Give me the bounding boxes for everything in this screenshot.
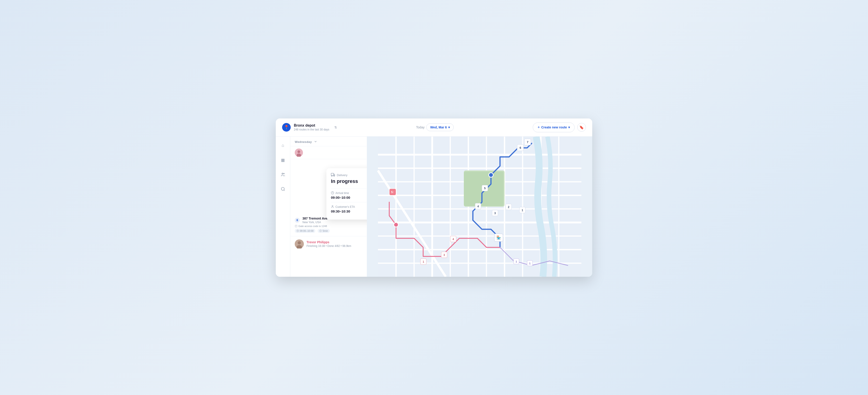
- browser-window: 📍 Bronx depot 248 routes in the last 30 …: [276, 119, 592, 277]
- popup-eta-value: 09:30–10:30: [331, 209, 355, 213]
- plus-icon: +: [537, 125, 540, 130]
- sidebar-icons: ⌂ ▦: [276, 136, 290, 277]
- svg-text:4: 4: [453, 238, 454, 241]
- svg-text:1: 1: [529, 262, 530, 265]
- create-route-chevron-icon: ▾: [568, 125, 570, 129]
- svg-point-11: [332, 205, 333, 206]
- trevor-name: Trevor Philipps: [307, 240, 351, 244]
- svg-text:2: 2: [508, 206, 509, 209]
- trevor-info: Trevor Philipps Finishing 16:38 • Done 4…: [307, 240, 351, 248]
- popup-type-label: Delivery: [337, 174, 347, 177]
- svg-point-8: [331, 176, 332, 176]
- trevor-row[interactable]: Trevor Philipps Finishing 16:38 • Done 4…: [290, 236, 367, 252]
- popup-arrival-left: Arrival time 09:00–10:00: [331, 191, 350, 200]
- header-left: 📍 Bronx depot 248 routes in the last 30 …: [282, 123, 337, 131]
- map-svg: 7 6 5 4 3 2 1 5↑ 4 3: [367, 136, 592, 277]
- popup-type-row: Delivery: [331, 173, 367, 178]
- clock-icon: [331, 191, 334, 195]
- svg-point-21: [298, 241, 301, 244]
- sidebar-item-home[interactable]: ⌂: [278, 141, 287, 150]
- trevor-avatar: [295, 239, 304, 248]
- main-layout: ⌂ ▦ Wednesday: [276, 136, 592, 277]
- depot-sub: 248 routes in the last 30 days: [294, 128, 329, 131]
- panel-header-label: Wednesday: [295, 140, 312, 144]
- delivery-popup: Delivery In progress Ar: [327, 168, 367, 219]
- svg-text:5: 5: [484, 187, 486, 190]
- svg-point-0: [282, 173, 283, 174]
- popup-status: In progress: [331, 178, 367, 184]
- stop-note: Gate access code is 1248: [295, 225, 362, 227]
- delivery-truck-icon: [331, 173, 335, 178]
- sidebar-item-search[interactable]: [278, 184, 287, 193]
- svg-point-5: [298, 150, 300, 153]
- today-label: Today: [416, 125, 425, 129]
- map-area[interactable]: 7 6 5 4 3 2 1 5↑ 4 3: [367, 136, 592, 277]
- popup-divider-1: [331, 188, 367, 189]
- popup-arrival-row: Arrival time 09:00–10:00 Late: [331, 191, 367, 200]
- panel-header-row: Wednesday: [290, 136, 367, 146]
- header-center: Today Wed, Mar 6 ▾: [416, 123, 454, 131]
- svg-text:7: 7: [527, 141, 528, 144]
- depot-info: Bronx depot 248 routes in the last 30 da…: [294, 123, 329, 131]
- stop-details-row: 09:00–10:00 5min: [295, 229, 362, 233]
- svg-text:3: 3: [494, 212, 496, 215]
- person-icon: [331, 205, 334, 209]
- date-picker-button[interactable]: Wed, Mar 6 ▾: [426, 123, 454, 131]
- sidebar-item-dashboard[interactable]: ▦: [278, 156, 287, 164]
- depot-name: Bronx depot: [294, 123, 329, 127]
- svg-text:5↑: 5↑: [391, 190, 394, 194]
- route-panel: Wednesday: [290, 136, 367, 277]
- stop-time-window-badge: 09:00–10:00: [295, 229, 315, 233]
- depot-switcher-icon[interactable]: ⇅: [334, 125, 337, 129]
- popup-arrival-label: Arrival time: [331, 191, 350, 195]
- create-route-label: Create new route: [541, 125, 567, 129]
- svg-point-46: [489, 173, 493, 177]
- popup-eta-row: Customer's ETA 09:30–10:30 On time: [331, 205, 367, 213]
- panel-collapse-icon[interactable]: [314, 140, 317, 144]
- svg-text:1: 1: [423, 260, 424, 264]
- location-pin-icon: 📍: [282, 123, 291, 131]
- popup-eta-left: Customer's ETA 09:30–10:30: [331, 205, 355, 213]
- date-label: Wed, Mar 6: [430, 125, 447, 129]
- avatar-driver-1: [295, 149, 303, 157]
- svg-line-3: [284, 190, 285, 191]
- svg-text:6: 6: [520, 146, 521, 149]
- svg-point-1: [283, 173, 284, 174]
- sidebar-item-people[interactable]: [278, 170, 287, 179]
- header: 📍 Bronx depot 248 routes in the last 30 …: [276, 119, 592, 136]
- stop-city: New York, USA: [303, 221, 328, 224]
- popup-eta-label: Customer's ETA: [331, 205, 355, 209]
- svg-text:1: 1: [516, 260, 517, 263]
- popup-arrival-value: 09:00–10:00: [331, 195, 350, 200]
- svg-text:1: 1: [522, 209, 523, 212]
- driver-row-1[interactable]: [290, 146, 367, 159]
- bookmark-icon: 🔖: [579, 125, 584, 129]
- svg-point-2: [281, 187, 284, 190]
- svg-point-9: [334, 176, 335, 176]
- svg-line-19: [320, 231, 321, 231]
- svg-point-47: [394, 222, 398, 227]
- svg-text:🏪: 🏪: [496, 235, 501, 240]
- trevor-sub: Finishing 16:38 • Done 4/82 • 98.9km: [307, 244, 351, 248]
- stop-left: 6 387 Tremont Ave New York, USA: [295, 217, 328, 224]
- svg-text:4: 4: [477, 205, 479, 208]
- date-chevron-icon: ▾: [448, 125, 450, 129]
- stop-address: 387 Tremont Ave: [303, 217, 328, 220]
- stop-duration-badge: 5min: [318, 229, 330, 233]
- bookmark-button[interactable]: 🔖: [577, 123, 586, 131]
- create-route-button[interactable]: + Create new route ▾: [533, 123, 575, 132]
- svg-text:3: 3: [443, 253, 445, 256]
- stop-address-block: 387 Tremont Ave New York, USA: [303, 217, 328, 224]
- header-right: + Create new route ▾ 🔖: [533, 123, 586, 132]
- svg-rect-7: [331, 173, 334, 176]
- stop-number-badge: 6: [295, 218, 300, 223]
